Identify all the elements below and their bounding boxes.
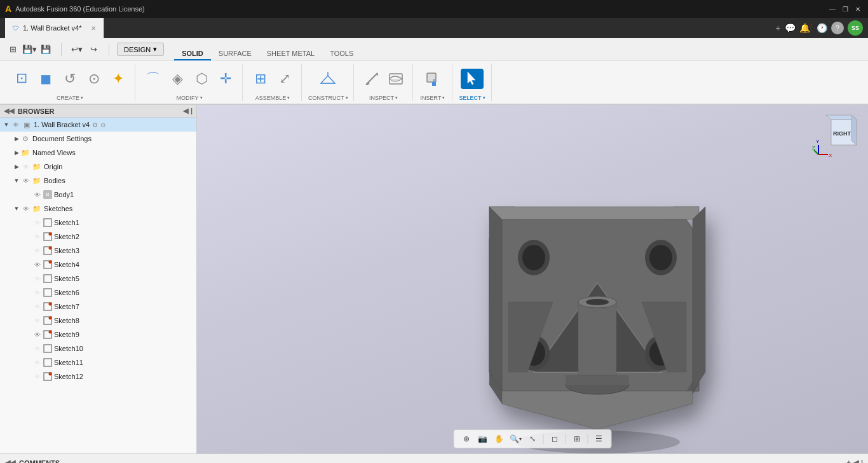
comments-collapse-button[interactable]: ◀	[853, 459, 858, 463]
eye-sketch9[interactable]: 👁	[33, 330, 42, 339]
inspect-measure-button[interactable]	[360, 69, 383, 89]
tab-close-button[interactable]: ✕	[91, 25, 96, 32]
eye-sketch6[interactable]: 👁	[33, 288, 42, 297]
construct-label[interactable]: CONSTRUCT ▾	[308, 95, 348, 101]
insert-button[interactable]	[421, 69, 444, 89]
tree-item-sketch5[interactable]: ▶ 👁 Sketch5	[0, 272, 196, 286]
viewport-pan-button[interactable]: ✋	[492, 432, 506, 446]
undo-button[interactable]: ↩▾	[69, 42, 85, 57]
tab-solid[interactable]: SOLID	[174, 48, 211, 60]
viewport-fit-button[interactable]: ⊕	[459, 432, 473, 446]
restore-button[interactable]: ❐	[840, 4, 850, 14]
eye-sketch8[interactable]: 👁	[33, 316, 42, 325]
browser-back-button[interactable]: ◀◀	[4, 107, 14, 115]
comments-add-button[interactable]: +	[846, 459, 850, 463]
eye-sketch4[interactable]: 👁	[33, 260, 42, 269]
create-hole-button[interactable]: ⊙	[83, 69, 105, 89]
insert-label[interactable]: INSERT ▾	[421, 95, 445, 101]
user-button[interactable]: SS	[848, 20, 863, 36]
modify-shell-button[interactable]: ⬡	[190, 69, 213, 89]
create-shell-button[interactable]: ✦	[107, 69, 130, 89]
assemble-label[interactable]: ASSEMBLE ▾	[255, 95, 290, 101]
viewport[interactable]: X Y Z RIGHT ⊕ 📷 ✋ 🔍▾ ⤡ ◻ ⊞ ☰	[197, 105, 868, 453]
tree-item-sketch12[interactable]: ▶ 👁 Sketch12	[0, 370, 196, 384]
eye-sketches[interactable]: 👁	[22, 204, 31, 213]
comment-button[interactable]: 💬	[785, 23, 796, 33]
history-button[interactable]: 🕐	[817, 23, 827, 33]
viewport-fit-all-button[interactable]: ⤡	[526, 432, 539, 446]
eye-sketch5[interactable]: 👁	[33, 274, 42, 283]
eye-sketch11[interactable]: 👁	[33, 358, 42, 367]
expand-bodies[interactable]: ▼	[13, 177, 20, 184]
select-button[interactable]	[461, 69, 484, 89]
tree-item-origin[interactable]: ▶ 👁 📁 Origin	[0, 160, 196, 174]
assemble-joint-button[interactable]: ⤢	[273, 69, 296, 89]
inspect-section-button[interactable]	[384, 69, 407, 89]
expand-root[interactable]: ▼	[3, 121, 10, 128]
add-tab-button[interactable]: +	[775, 23, 780, 33]
grid-icon[interactable]: ⊞	[5, 42, 20, 57]
tree-item-root[interactable]: ▼ 👁 ▣ 1. Wall Bracket v4 ⚙ ⊙	[0, 118, 196, 132]
tree-item-sketch4[interactable]: ▶ 👁 Sketch4	[0, 258, 196, 272]
design-button[interactable]: DESIGN ▾	[117, 43, 164, 56]
tree-item-bodies[interactable]: ▼ 👁 📁 Bodies	[0, 174, 196, 188]
comments-back-button[interactable]: ◀◀	[5, 459, 15, 463]
document-tab[interactable]: 🛡 1. Wall Bracket v4* ✕	[5, 18, 104, 38]
expand-doc-settings[interactable]: ▶	[13, 135, 20, 142]
assemble-new-comp-button[interactable]: ⊞	[249, 69, 272, 89]
notifications-button[interactable]: 🔔1	[799, 23, 813, 33]
construct-plane-button[interactable]	[316, 69, 339, 89]
create-new-component-button[interactable]: ⊡	[10, 68, 33, 90]
tree-item-sketch7[interactable]: ▶ 👁 Sketch7	[0, 300, 196, 314]
expand-origin[interactable]: ▶	[13, 163, 20, 170]
save-menu-button[interactable]: 💾▾	[22, 42, 37, 57]
create-revolve-button[interactable]: ↺	[58, 69, 81, 89]
tab-sheet-metal[interactable]: SHEET METAL	[259, 48, 322, 60]
viewport-grid-button[interactable]: ⊞	[570, 432, 584, 446]
select-label[interactable]: SELECT ▾	[459, 95, 485, 101]
eye-body1[interactable]: 👁	[33, 190, 42, 199]
modify-chamfer-button[interactable]: ◈	[166, 69, 189, 89]
tree-item-doc-settings[interactable]: ▶ ⚙ Document Settings	[0, 132, 196, 146]
tree-item-sketches[interactable]: ▼ 👁 📁 Sketches	[0, 202, 196, 216]
eye-bodies[interactable]: 👁	[22, 176, 31, 185]
help-button[interactable]: ?	[831, 22, 844, 34]
modify-label[interactable]: MODIFY ▾	[177, 95, 203, 101]
eye-sketch2[interactable]: 👁	[33, 232, 42, 241]
modify-fillet-button[interactable]: ⌒	[142, 67, 165, 90]
tab-tools[interactable]: TOOLS	[322, 48, 361, 60]
viewport-camera-button[interactable]: 📷	[476, 432, 490, 446]
viewport-zoom-button[interactable]: 🔍▾	[509, 432, 523, 446]
eye-origin[interactable]: 👁	[22, 162, 31, 171]
tree-item-sketch10[interactable]: ▶ 👁 Sketch10	[0, 342, 196, 356]
browser-expand-button[interactable]: ◀	[183, 107, 188, 115]
create-label[interactable]: CREATE ▾	[57, 95, 83, 101]
tree-item-sketch6[interactable]: ▶ 👁 Sketch6	[0, 286, 196, 300]
eye-sketch3[interactable]: 👁	[33, 246, 42, 255]
browser-pin-button[interactable]: |	[191, 107, 193, 115]
root-settings-icon[interactable]: ⚙	[92, 121, 98, 128]
redo-button[interactable]: ↪	[86, 42, 101, 57]
eye-sketch7[interactable]: 👁	[33, 302, 42, 311]
tree-item-named-views[interactable]: ▶ 📁 Named Views	[0, 146, 196, 160]
inspect-label[interactable]: INSPECT ▾	[369, 95, 398, 101]
tree-item-sketch8[interactable]: ▶ 👁 Sketch8	[0, 314, 196, 328]
view-cube[interactable]: X Y Z RIGHT	[812, 110, 863, 161]
tree-item-sketch3[interactable]: ▶ 👁 Sketch3	[0, 244, 196, 258]
modify-move-button[interactable]: ✛	[214, 69, 237, 89]
eye-root[interactable]: 👁	[11, 120, 20, 129]
tree-item-sketch11[interactable]: ▶ 👁 Sketch11	[0, 356, 196, 370]
tree-item-sketch2[interactable]: ▶ 👁 Sketch2	[0, 230, 196, 244]
eye-sketch1[interactable]: 👁	[33, 218, 42, 227]
tree-item-sketch1[interactable]: ▶ 👁 Sketch1	[0, 216, 196, 230]
tree-item-body1[interactable]: ▶ 👁 B Body1	[0, 188, 196, 202]
comments-pin-button[interactable]: |	[861, 459, 863, 463]
tab-surface[interactable]: SURFACE	[211, 48, 259, 60]
eye-sketch12[interactable]: 👁	[33, 372, 42, 381]
root-options-icon[interactable]: ⊙	[100, 121, 105, 128]
close-button[interactable]: ✕	[853, 4, 863, 14]
create-extrude-button[interactable]: ◼	[34, 69, 57, 89]
save-button[interactable]: 💾	[38, 42, 53, 57]
expand-named-views[interactable]: ▶	[13, 149, 20, 156]
expand-sketches[interactable]: ▼	[13, 205, 20, 212]
